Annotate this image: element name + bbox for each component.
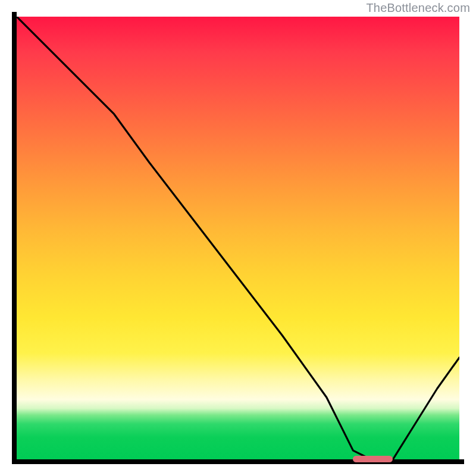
- plot-area: [17, 17, 459, 459]
- y-axis: [12, 12, 17, 464]
- chart-frame: TheBottleneck.com: [0, 0, 476, 476]
- x-axis: [12, 459, 464, 464]
- optimal-range-marker: [353, 456, 393, 462]
- curve-svg: [17, 17, 459, 459]
- bottleneck-curve: [17, 17, 459, 459]
- watermark-text: TheBottleneck.com: [366, 1, 470, 15]
